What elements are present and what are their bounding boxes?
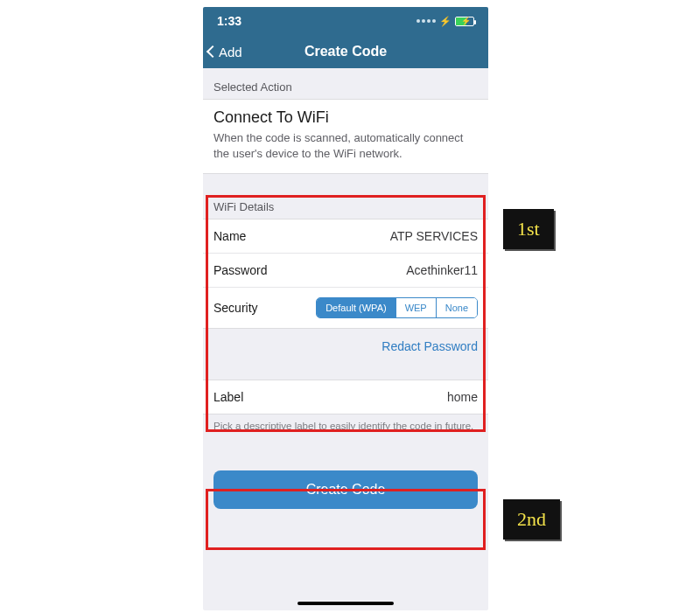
security-option-default[interactable]: Default (WPA)	[317, 298, 395, 317]
redact-row: Redact Password	[203, 329, 488, 364]
status-right: ⚡ ⚡	[416, 16, 474, 27]
annotation-label-1: 1st	[503, 209, 554, 249]
home-indicator[interactable]	[298, 602, 394, 605]
label-field-label: Label	[214, 390, 243, 404]
status-bar: 1:33 ⚡ ⚡	[203, 7, 488, 35]
wifi-password-label: Password	[214, 263, 267, 277]
action-card[interactable]: Connect To WiFi When the code is scanned…	[203, 99, 488, 174]
label-group: Label home	[203, 380, 488, 414]
wifi-name-label: Name	[214, 229, 246, 243]
wifi-password-value: Acethinker11	[406, 263, 478, 277]
wifi-password-row[interactable]: Password Acethinker11	[203, 253, 488, 287]
phone-screen: 1:33 ⚡ ⚡ Add Create Code Selected Action	[203, 7, 488, 610]
status-time: 1:33	[217, 14, 242, 28]
wifi-name-value: ATP SERVICES	[390, 229, 478, 243]
wifi-security-row: Security Default (WPA) WEP None	[203, 287, 488, 328]
wifi-security-label: Security	[214, 301, 258, 315]
back-label: Add	[219, 45, 242, 59]
nav-bar: Add Create Code	[203, 35, 488, 68]
wifi-icon: ⚡	[439, 16, 452, 27]
signal-dots-icon	[416, 19, 436, 23]
label-row[interactable]: Label home	[203, 380, 488, 414]
security-option-wep[interactable]: WEP	[396, 298, 436, 317]
chevron-left-icon	[206, 45, 219, 58]
back-button[interactable]: Add	[208, 35, 242, 68]
label-footer-note: Pick a descriptive label to easily ident…	[203, 414, 488, 434]
action-description: When the code is scanned, automatically …	[214, 130, 478, 161]
security-segmented-control[interactable]: Default (WPA) WEP None	[316, 297, 478, 318]
selected-action-header: Selected Action	[203, 68, 488, 99]
create-button-container: Create Code	[203, 434, 488, 509]
create-code-button-label: Create Code	[306, 482, 386, 498]
redact-password-link[interactable]: Redact Password	[382, 339, 478, 353]
security-option-none[interactable]: None	[436, 298, 477, 317]
wifi-details-header: WiFi Details	[203, 192, 488, 219]
action-title: Connect To WiFi	[214, 108, 478, 127]
nav-title: Create Code	[304, 44, 387, 59]
label-field-value: home	[447, 390, 478, 404]
screenshot-frame: 1:33 ⚡ ⚡ Add Create Code Selected Action	[0, 0, 700, 613]
annotation-label-2: 2nd	[503, 499, 560, 540]
wifi-name-row[interactable]: Name ATP SERVICES	[203, 219, 488, 253]
create-code-button[interactable]: Create Code	[214, 470, 478, 509]
wifi-details-group: Name ATP SERVICES Password Acethinker11 …	[203, 219, 488, 329]
battery-icon: ⚡	[455, 17, 474, 26]
